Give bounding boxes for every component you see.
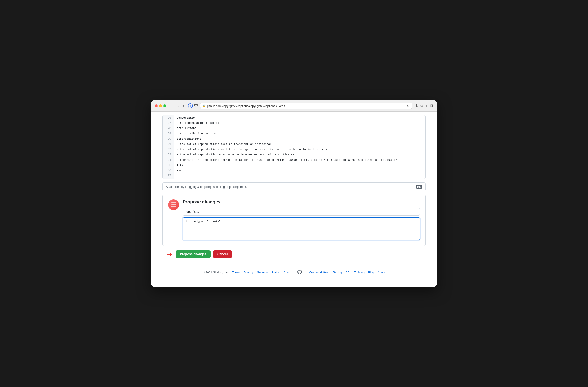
code-line: 36--- xyxy=(163,168,425,173)
back-button[interactable]: ‹ xyxy=(177,103,180,108)
security-icons: i 🛡 xyxy=(188,103,198,108)
line-number: 32 xyxy=(163,147,174,152)
address-text: github.com/copyrightexceptions/copyright… xyxy=(207,104,406,108)
action-buttons-row: ➜ Propose changes Cancel xyxy=(162,250,426,258)
footer-link-privacy[interactable]: Privacy xyxy=(244,271,254,274)
line-number: 29 xyxy=(163,131,174,137)
line-content: link: xyxy=(174,163,425,168)
footer-links: © 2021 GitHub, Inc. Terms Privacy Securi… xyxy=(203,270,385,275)
svg-rect-2 xyxy=(171,206,176,207)
code-line: 30otherConditions: xyxy=(163,137,425,142)
code-line: 28attribution: xyxy=(163,126,425,131)
footer-link-blog[interactable]: Blog xyxy=(368,271,374,274)
minimize-button[interactable] xyxy=(159,104,162,107)
close-button[interactable] xyxy=(155,104,158,107)
github-logo-icon xyxy=(297,270,302,275)
tabs-button[interactable]: ⧉ xyxy=(430,104,433,108)
arrow-indicator: ➜ xyxy=(167,250,172,258)
line-content xyxy=(174,173,425,174)
new-tab-button[interactable]: ＋ xyxy=(424,103,428,109)
svg-rect-1 xyxy=(171,205,176,205)
code-line: 26compensation: xyxy=(163,115,425,121)
line-content: otherConditions: xyxy=(174,137,425,142)
footer-link-terms[interactable]: Terms xyxy=(232,271,240,274)
footer-link-status[interactable]: Status xyxy=(271,271,280,274)
main-container: 26compensation:27- no compensation requi… xyxy=(158,115,430,280)
traffic-lights xyxy=(155,104,166,107)
code-line: 37 xyxy=(163,173,425,179)
code-line: 29- no attribution required xyxy=(163,131,425,137)
line-number: 28 xyxy=(163,126,174,131)
browser-window: ‹ › i 🛡 🔒 github.com/copyrightexceptions… xyxy=(151,100,437,287)
footer-link-contact-github[interactable]: Contact GitHub xyxy=(309,271,329,274)
line-number: 33 xyxy=(163,152,174,157)
code-lines: 26compensation:27- no compensation requi… xyxy=(163,115,425,179)
code-line: 31- the act of reproductions must be tra… xyxy=(163,142,425,147)
line-number: 27 xyxy=(163,121,174,126)
line-content: attribution: xyxy=(174,126,425,131)
line-number: 36 xyxy=(163,168,174,173)
footer-link-pricing[interactable]: Pricing xyxy=(333,271,342,274)
line-content: remarks: "The exceptions and/or limitati… xyxy=(174,158,425,163)
footer-link-api[interactable]: API xyxy=(345,271,350,274)
browser-controls: ‹ › xyxy=(169,103,185,108)
info-icon: i xyxy=(188,103,193,108)
share-button[interactable]: ⎋ xyxy=(420,104,423,108)
sidebar-toggle-button[interactable] xyxy=(169,104,175,108)
line-number: 34 xyxy=(163,158,174,163)
attach-bar-text: Attach files by dragging & dropping, sel… xyxy=(166,185,247,188)
page-content: 26compensation:27- no compensation requi… xyxy=(151,112,437,287)
download-button[interactable]: ⬇ xyxy=(415,103,418,108)
code-line: 32- the act of reproductions must be an … xyxy=(163,147,425,152)
commit-title-input[interactable] xyxy=(183,208,420,216)
copyright-text: © 2021 GitHub, Inc. xyxy=(203,271,229,274)
svg-rect-0 xyxy=(171,202,176,204)
browser-chrome: ‹ › i 🛡 🔒 github.com/copyrightexceptions… xyxy=(151,100,437,112)
line-number: 37 xyxy=(163,173,174,179)
code-editor[interactable]: 26compensation:27- no compensation requi… xyxy=(162,115,426,179)
cancel-button[interactable]: Cancel xyxy=(213,250,232,258)
footer: © 2021 GitHub, Inc. Terms Privacy Securi… xyxy=(162,265,426,280)
propose-section: Propose changes xyxy=(162,195,426,246)
line-content: - the act of reproductions must be an in… xyxy=(174,147,425,152)
commit-description-input[interactable] xyxy=(183,217,420,240)
forward-button[interactable]: › xyxy=(182,103,185,108)
address-bar[interactable]: 🔒 github.com/copyrightexceptions/copyrig… xyxy=(200,103,412,109)
avatar-inner xyxy=(168,199,179,210)
browser-actions: ⬇ ⎋ ＋ ⧉ xyxy=(415,103,433,109)
line-content: - no compensation required xyxy=(174,121,425,126)
attach-bar: Attach files by dragging & dropping, sel… xyxy=(162,182,426,191)
footer-link-security[interactable]: Security xyxy=(257,271,268,274)
footer-link-training[interactable]: Training xyxy=(354,271,364,274)
avatar xyxy=(168,199,179,210)
footer-link-about[interactable]: About xyxy=(378,271,385,274)
code-line: 35link: xyxy=(163,163,425,168)
code-line: 33- the act of reproduction must have no… xyxy=(163,152,425,157)
line-number: 31 xyxy=(163,142,174,147)
line-content: - the act of reproduction must have no i… xyxy=(174,152,425,157)
propose-changes-button[interactable]: Propose changes xyxy=(176,250,210,258)
line-content: --- xyxy=(174,168,425,173)
line-content: - no attribution required xyxy=(174,131,425,137)
propose-form: Propose changes xyxy=(183,199,420,241)
propose-title: Propose changes xyxy=(183,199,420,205)
maximize-button[interactable] xyxy=(163,104,166,107)
code-line: 27- no compensation required xyxy=(163,121,425,126)
address-bar-container: i 🛡 🔒 github.com/copyrightexceptions/cop… xyxy=(188,103,412,109)
footer-link-docs[interactable]: Docs xyxy=(283,271,290,274)
line-content: compensation: xyxy=(174,115,425,121)
line-number: 26 xyxy=(163,115,174,121)
markdown-badge: MD xyxy=(416,185,422,188)
line-content: - the act of reproductions must be trans… xyxy=(174,142,425,147)
code-line: 34 remarks: "The exceptions and/or limit… xyxy=(163,158,425,163)
line-number: 35 xyxy=(163,163,174,168)
reload-button[interactable]: ↻ xyxy=(407,104,410,108)
lock-icon: 🔒 xyxy=(203,104,206,107)
shield-icon: 🛡 xyxy=(194,104,198,108)
line-number: 30 xyxy=(163,137,174,142)
